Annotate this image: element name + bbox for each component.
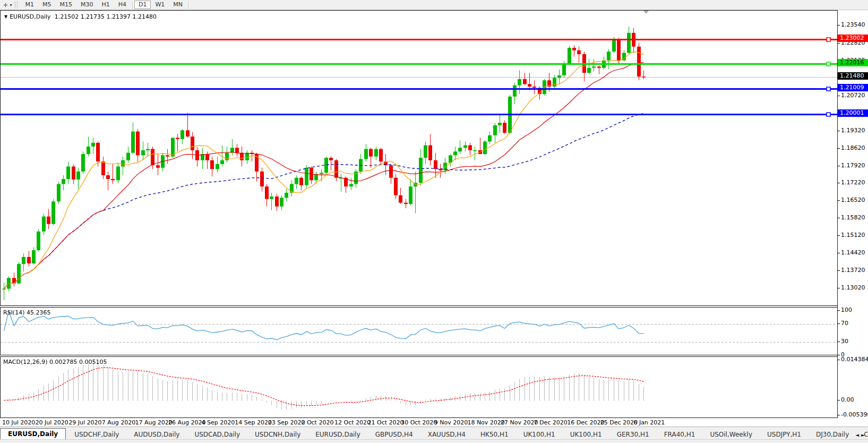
price-tick-label: 1.19320 — [841, 127, 865, 134]
rsi-canvas[interactable] — [1, 308, 837, 355]
tab-audusd-daily-2[interactable]: AUDUSD,Daily — [126, 429, 187, 440]
axis-tick-mark — [838, 355, 840, 355]
toolbar-grip[interactable] — [15, 2, 18, 8]
axis-tick-mark — [838, 166, 840, 166]
rsi-tick-label: 100 — [841, 306, 852, 313]
axis-tick-mark — [838, 253, 840, 253]
axis-tick-mark — [838, 25, 840, 25]
tab-scroll-left-icon[interactable]: ◄ — [855, 432, 861, 438]
axis-tick-mark — [838, 96, 840, 96]
tab-usdjpy-h1-14[interactable]: USDJPY,H1 — [760, 429, 809, 440]
price-tick-label: 1.18620 — [841, 144, 865, 151]
timeframe-button-mn[interactable]: MN — [169, 1, 187, 9]
date-label: 30 Oct 2020 — [401, 419, 437, 426]
axis-tick-mark — [838, 288, 840, 288]
date-label: 9 Nov 2020 — [434, 419, 468, 426]
axis-tick-mark — [838, 270, 840, 271]
axis-tick-mark — [838, 200, 840, 201]
chart-shift-marker-icon — [643, 11, 649, 14]
timeframe-button-m30[interactable]: M30 — [76, 1, 98, 9]
hline-price-label[interactable]: 1.23002 — [838, 35, 868, 42]
timeframe-button-d1[interactable]: D1 — [134, 1, 151, 9]
crosshair-tool-icon[interactable]: ✛ — [0, 2, 10, 8]
price-tick-label: 1.17920 — [841, 162, 865, 169]
rsi-indicator-pane: RSI(14) 45.2365 — [0, 307, 838, 355]
date-label: 6 Jan 2021 — [633, 419, 665, 426]
chart-symbol: EURUSD,Daily — [10, 13, 50, 20]
macd-indicator-pane: MACD(12,26,9) 0.002785 0.005105 — [0, 356, 838, 418]
macd-tick-label: 0.014384 — [841, 356, 868, 363]
tab-usdchf-daily-1[interactable]: USDCHF,Daily — [67, 429, 126, 440]
date-label: 26 Aug 2020 — [168, 419, 205, 426]
timeframe-button-h1[interactable]: H1 — [97, 1, 114, 9]
tab-scroll-arrows[interactable]: ◄► — [855, 432, 867, 438]
chart-title: ▼EURUSD,Daily 1.21502 1.21735 1.21397 1.… — [4, 13, 157, 20]
tab-uk100-h1-10[interactable]: UK100,H1 — [563, 429, 609, 440]
date-label: 2 Oct 2020 — [301, 419, 333, 426]
axis-tick-mark — [838, 323, 840, 324]
axis-tick-mark — [838, 148, 840, 149]
axis-tick-mark — [838, 235, 840, 236]
date-label: 17 Aug 2020 — [135, 419, 172, 426]
tab-scroll-right-icon[interactable]: ► — [861, 432, 867, 438]
axis-tick-mark — [838, 342, 840, 342]
axis-tick-mark — [838, 415, 840, 415]
date-label: 7 Aug 2020 — [102, 419, 135, 426]
price-tick-label: 1.17220 — [841, 179, 865, 186]
rsi-tick-label: 70 — [841, 320, 848, 327]
timeframe-button-m15[interactable]: M15 — [55, 1, 76, 9]
main-chart-canvas[interactable] — [1, 11, 837, 305]
axis-tick-mark — [838, 131, 840, 131]
tab-usoil-weekly-13[interactable]: USOil,Weekly — [702, 429, 760, 440]
timeframe-button-m1[interactable]: M1 — [21, 1, 38, 9]
date-label: 14 Sep 2020 — [235, 419, 272, 426]
axis-tick-mark — [838, 360, 840, 360]
axis-tick-mark — [838, 218, 840, 218]
symbol-marker-icon: ▼ — [4, 14, 7, 19]
tab-eurusd-daily-0[interactable]: EURUSD,Daily — [0, 428, 66, 440]
cursor-dropdown-icon[interactable]: ▾ — [10, 3, 14, 7]
tab-eurusd-daily-5[interactable]: EURUSD,Daily — [308, 429, 368, 440]
hline-price-label[interactable]: 1.21480 — [838, 72, 868, 80]
tab-uk100-h1-9[interactable]: UK100,H1 — [516, 429, 563, 440]
tab-hk50-h1-8[interactable]: HK50,H1 — [473, 429, 516, 440]
chart-tab-bar: EURUSD,DailyUSDCHF,DailyAUDUSD,DailyUSDC… — [0, 427, 868, 440]
date-label: 29 Jul 2020 — [68, 419, 101, 426]
price-tick-label: 1.13720 — [841, 267, 865, 274]
date-label: 10 Jul 2020 — [2, 419, 35, 426]
timeframe-button-group: M1M5M15M30H1H4D1W1MN — [21, 1, 191, 9]
macd-label: MACD(12,26,9) 0.002785 0.005105 — [3, 359, 107, 365]
tab-fra40-h1-12[interactable]: FRA40,H1 — [657, 429, 703, 440]
date-label: 27 Nov 2020 — [501, 419, 538, 426]
axis-tick-mark — [838, 310, 840, 311]
price-tick-label: 1.13020 — [841, 284, 865, 291]
chart-ohlc-values: 1.21502 1.21735 1.21397 1.21480 — [55, 13, 157, 20]
macd-tick-label: 0.00 — [841, 396, 854, 403]
hline-price-label[interactable]: 1.22016 — [838, 59, 868, 66]
tab-gbpusd-h4-6[interactable]: GBPUSD,H4 — [368, 429, 420, 440]
tab-dj30-daily-15[interactable]: DJ30,Daily — [809, 429, 856, 440]
date-label: 12 Oct 2020 — [334, 419, 371, 426]
tab-usdcnh-daily-4[interactable]: USDCNH,Daily — [247, 429, 308, 440]
top-toolbar: ✛ ▾ M1M5M15M30H1H4D1W1MN — [0, 0, 868, 10]
timeframe-button-w1[interactable]: W1 — [151, 1, 169, 9]
price-tick-label: 1.20720 — [841, 92, 865, 99]
tab-xauusd-h4-7[interactable]: XAUUSD,H4 — [420, 429, 473, 440]
price-tick-label: 1.15120 — [841, 232, 865, 238]
status-strip — [0, 439, 868, 443]
rsi-tick-label: 30 — [841, 338, 848, 345]
tab-usdcad-daily-3[interactable]: USDCAD,Daily — [187, 429, 247, 440]
toolbar-separator — [132, 2, 133, 8]
axis-tick-mark — [838, 43, 840, 44]
date-label: 20 Jul 2020 — [36, 419, 68, 426]
hline-price-label[interactable]: 1.20001 — [838, 109, 868, 117]
hline-price-label[interactable]: 1.21009 — [838, 84, 868, 91]
date-label: 25 Dec 2020 — [600, 419, 638, 426]
date-label: 21 Oct 2020 — [368, 419, 404, 426]
tab-ger30-h1-11[interactable]: GER30,H1 — [609, 429, 657, 440]
timeframe-button-m5[interactable]: M5 — [38, 1, 56, 9]
macd-canvas[interactable] — [1, 357, 837, 418]
timeframe-button-h4[interactable]: H4 — [114, 1, 131, 9]
date-axis: 10 Jul 202020 Jul 202029 Jul 20207 Aug 2… — [0, 418, 838, 427]
price-tick-label: 1.16520 — [841, 197, 865, 203]
